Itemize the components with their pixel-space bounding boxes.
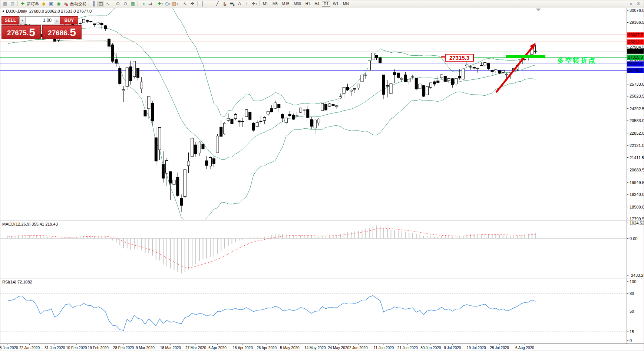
bollinger-bands [8,0,536,225]
svg-text:30 Jun 2020: 30 Jun 2020 [420,346,441,350]
toolbar-separator [113,1,113,6]
svg-text:5 May 2020: 5 May 2020 [280,346,300,350]
panel-collapse-icon[interactable]: ▲ [2,9,5,13]
sell-price-display[interactable]: 27675.5 [1,25,41,39]
volume-down-button[interactable]: ▼ [19,16,26,24]
horizontal-line-button[interactable]: ─ [206,1,214,7]
svg-text:18509.0: 18509.0 [630,205,644,209]
bar-chart-icon: ║ [92,1,96,7]
buy-price-display[interactable]: 27686.5 [42,25,82,39]
svg-text:24292.5: 24292.5 [630,106,644,111]
crosshair-button[interactable]: ✛ [189,1,196,7]
toolbar-separator [155,1,155,6]
chat-button[interactable]: ✉ [635,1,642,7]
autotrading-button[interactable]: ◙ [62,1,70,7]
trendline-icon: ╱ [216,1,218,7]
svg-text:30076.0: 30076.0 [630,8,644,13]
green-highlight-bar[interactable] [506,55,545,58]
price-annotation-flag[interactable]: 27315.3 [445,54,474,62]
timeframe-mn-button[interactable]: MN [341,1,351,7]
sell-price-big-digit: 5 [29,27,35,38]
volume-up-button[interactable]: ▲ [54,16,60,24]
equidistant-channel-button[interactable]: ∥E [221,1,228,7]
price-axis[interactable]: 30076.029366.528657.027904.527195.026464… [627,8,644,343]
chevron-down-icon: ▾ [169,1,171,7]
svg-text:15: 15 [630,329,634,334]
macd-indicator [0,225,627,273]
svg-text:6 Aug 2020: 6 Aug 2020 [515,346,534,350]
timeframe-m1-button[interactable]: M1 [261,1,270,7]
new-order-label[interactable]: 新订单 [27,1,39,7]
timeframe-m15-button[interactable]: M15 [280,1,291,7]
symbol-period: DJ30-,Daily [6,9,27,13]
crosshair-icon: ✛ [191,1,194,7]
svg-text:14 May 2020: 14 May 2020 [304,346,326,350]
svg-text:23583.0: 23583.0 [630,118,644,123]
svg-text:16 Apr 2020: 16 Apr 2020 [233,346,253,350]
timeframe-h1-button[interactable]: H1 [304,1,312,7]
templates-button[interactable]: ▧▾ [171,1,179,7]
sell-button[interactable]: SELL [1,16,19,24]
metaeditor-icon: ◆ [42,1,45,7]
text-button[interactable]: A [236,1,243,7]
chart-area[interactable]: 30076.029366.528657.027904.527195.026464… [0,0,644,351]
line-chart-button[interactable]: ∿ [104,1,112,7]
vertical-line-icon: │ [201,1,204,7]
rsi-line [8,296,536,331]
horizontal-line-icon: ─ [208,1,212,7]
svg-text:18 Mar 2020: 18 Mar 2020 [160,346,181,350]
shapes-button[interactable]: ✢▾ [251,1,258,7]
timeframe-m30-button[interactable]: M30 [292,1,303,7]
svg-text:19240.0: 19240.0 [630,192,644,197]
trendline-button[interactable]: ╱ [214,1,221,7]
new-chart-button[interactable]: ▦ [1,1,9,7]
chevron-down-icon: ▾ [176,1,178,7]
toolbar-separator [197,1,198,6]
indicators-button[interactable]: ✚▾ [156,1,164,7]
search-button[interactable]: ⌕ [627,1,635,7]
chart-shift-button[interactable]: ⇉ [146,1,154,7]
signals-icon: ◉ [57,1,60,7]
vertical-line-button[interactable]: │ [199,1,206,7]
svg-text:9 Mar 2020: 9 Mar 2020 [136,346,155,350]
text-label-button[interactable]: T [243,1,251,7]
terminal-button[interactable]: ▣ [47,1,55,7]
svg-text:26921.6: 26921.6 [628,62,643,66]
red-trend-arrow[interactable] [496,47,532,92]
cursor-button[interactable]: ↖ [181,1,189,7]
candle-chart-icon: ◫ [99,1,103,7]
new-order-button[interactable]: ✚ [19,1,26,7]
turning-point-text[interactable]: 多空转折点 [557,56,596,65]
svg-text:25023.5: 25023.5 [630,94,644,98]
timeframe-h4-button[interactable]: H4 [313,1,321,7]
buy-button[interactable]: BUY [60,16,78,24]
chart-shift-icon: ⇉ [148,1,152,7]
candle-chart-button[interactable]: ◫ [98,1,104,7]
profiles-button[interactable]: ▤ [9,1,16,7]
autotrading-label[interactable]: 自动交易 [70,1,86,7]
svg-text:100: 100 [630,279,636,284]
signals-button[interactable]: ◉ [55,1,62,7]
metaeditor-button[interactable]: ◆ [40,1,47,7]
rsi-indicator [0,293,627,332]
tile-windows-button[interactable]: ▦ [129,1,136,7]
toolbar-separator [89,1,89,6]
zoom-in-button[interactable]: ⊕ [114,1,122,7]
timeframe-w1-button[interactable]: W1 [331,1,340,7]
periods-button[interactable]: ◷▾ [164,1,171,7]
auto-scroll-button[interactable]: ⇥ [139,1,146,7]
zoom-in-icon: ⊕ [116,1,120,7]
bar-chart-button[interactable]: ║ [90,1,98,7]
timeframe-m5-button[interactable]: M5 [271,1,280,7]
toolbar-separator [180,1,180,6]
timeframe-d1-button[interactable]: D1 [322,1,330,7]
time-axis[interactable]: 13 Jan 202022 Jan 202031 Jan 202010 Feb … [0,344,534,350]
svg-text:1024.52: 1024.52 [630,221,644,225]
svg-text:28 Jul 2020: 28 Jul 2020 [490,346,509,350]
candlestick-series [7,19,537,212]
fibonacci-button[interactable]: ☰F [228,1,236,7]
svg-text:27 Mar 2020: 27 Mar 2020 [185,346,207,350]
zoom-out-button[interactable]: ⊖ [122,1,129,7]
volume-input[interactable] [26,16,54,24]
sell-price-main: 27675. [7,28,29,38]
